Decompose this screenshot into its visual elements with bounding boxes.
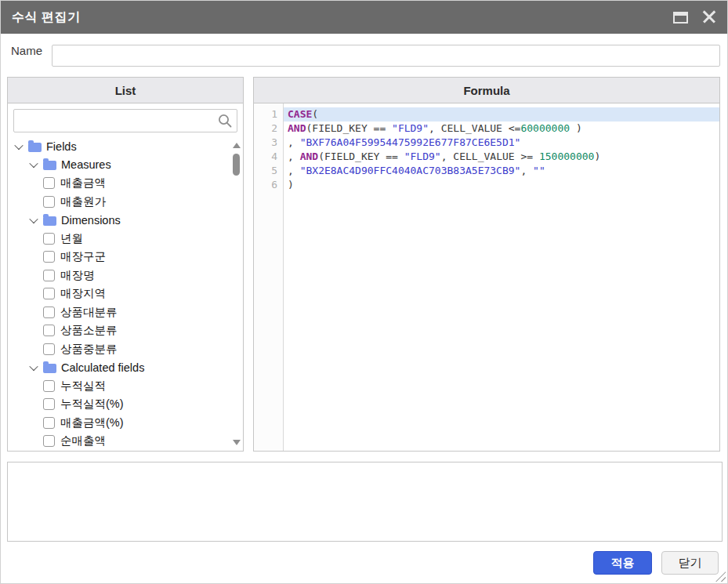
list-panel-header: List: [8, 78, 243, 103]
scroll-down-icon[interactable]: [233, 440, 241, 445]
search-input[interactable]: [13, 109, 237, 132]
tree-item-row[interactable]: 매장지역: [8, 285, 230, 303]
tree-folder-row[interactable]: Calculated fields: [8, 358, 230, 377]
field-checkbox[interactable]: [43, 288, 55, 299]
code-line[interactable]: AND(FIELD_KEY == "FLD9", CELL_VALUE <=60…: [284, 122, 719, 136]
chevron-down-icon[interactable]: [29, 159, 38, 168]
search-icon[interactable]: [218, 114, 232, 128]
tree-item-label: 매장명: [60, 268, 95, 283]
chevron-down-icon[interactable]: [29, 362, 38, 371]
tree-item-label: 매출원가: [60, 194, 106, 209]
code-line[interactable]: , AND(FIELD_KEY == "FLD9", CELL_VALUE >=…: [284, 150, 719, 164]
tree-item-row[interactable]: 매장명: [8, 267, 230, 285]
field-checkbox[interactable]: [43, 398, 55, 410]
footer-actions: 적용 닫기: [593, 551, 719, 575]
search-wrap: [13, 109, 237, 132]
chevron-down-icon[interactable]: [29, 215, 38, 223]
field-checkbox[interactable]: [43, 251, 55, 263]
tree-item-row[interactable]: 순매출액: [8, 432, 230, 451]
tree-folder-label: Measures: [61, 158, 111, 171]
tree-item-row[interactable]: 상품중분류: [8, 340, 230, 359]
maximize-icon[interactable]: [673, 12, 688, 24]
field-checkbox[interactable]: [43, 380, 55, 392]
folder-icon: [28, 143, 42, 152]
tree-item-row[interactable]: 년월: [8, 230, 230, 248]
chevron-down-icon[interactable]: [14, 141, 23, 150]
code-line[interactable]: ): [284, 178, 719, 192]
formula-panel: Formula 123456 CASE(AND(FIELD_KEY == "FL…: [253, 77, 720, 452]
tree-item-label: 상품소분류: [60, 323, 118, 338]
line-number-gutter: 123456: [254, 103, 284, 451]
tree-folder-row[interactable]: Dimensions: [8, 211, 230, 230]
field-checkbox[interactable]: [43, 196, 55, 208]
tree-item-row[interactable]: 매장구군: [8, 248, 230, 267]
formula-editor[interactable]: 123456 CASE(AND(FIELD_KEY == "FLD9", CEL…: [254, 103, 719, 451]
tree-item-label: 누적실적(%): [60, 397, 124, 412]
tree-item-label: 누적실적: [60, 379, 106, 394]
tree-item-row[interactable]: 상품소분류: [8, 321, 230, 340]
code-line[interactable]: CASE(: [284, 107, 719, 122]
code-line[interactable]: , "BXF76A04F59954475992E677F87CE6E5D1": [284, 136, 719, 150]
line-number: 4: [254, 150, 283, 164]
line-number: 5: [254, 164, 283, 178]
line-number: 2: [254, 122, 283, 136]
field-checkbox[interactable]: [43, 343, 55, 355]
tree-folder-row[interactable]: Measures: [8, 156, 230, 175]
folder-icon: [43, 364, 56, 373]
line-number: 6: [254, 178, 283, 192]
formula-panel-header: Formula: [254, 78, 719, 103]
field-checkbox[interactable]: [43, 307, 55, 318]
tree-item-label: 순매출액: [60, 433, 106, 448]
tree-item-label: 매출금액: [60, 176, 106, 190]
tree-folder-label: Dimensions: [61, 214, 121, 227]
close-button[interactable]: 닫기: [661, 551, 719, 575]
folder-icon: [43, 161, 56, 170]
field-checkbox[interactable]: [43, 177, 55, 189]
tree-folder-row[interactable]: Fields: [8, 137, 230, 156]
name-row: Name: [1, 34, 727, 68]
tree-item-row[interactable]: 누적실적(%): [8, 395, 230, 414]
scroll-up-icon[interactable]: [233, 143, 241, 148]
dialog-title: 수식 편집기: [12, 9, 80, 26]
folder-icon: [43, 216, 56, 226]
tree-item-row[interactable]: 매출금액: [8, 174, 230, 193]
field-checkbox[interactable]: [43, 233, 55, 245]
tree-item-label: 년월: [60, 231, 83, 246]
code-line[interactable]: , "BX2E8AC4D90FFC4040AC703B83A5E73CB9", …: [284, 164, 719, 178]
field-checkbox[interactable]: [43, 270, 55, 281]
tree-folder-label: Calculated fields: [61, 361, 144, 374]
apply-button[interactable]: 적용: [593, 551, 652, 575]
tree-folder-label: Fields: [46, 140, 77, 153]
description-textarea[interactable]: [7, 462, 723, 542]
tree-item-label: 매출금액(%): [60, 415, 124, 430]
field-checkbox[interactable]: [43, 417, 55, 429]
field-checkbox[interactable]: [43, 325, 55, 336]
tree-item-row[interactable]: 매출원가: [8, 193, 230, 212]
name-label: Name: [11, 44, 42, 57]
tree-scrollbar[interactable]: [230, 138, 242, 450]
formula-editor-dialog: 수식 편집기 Name List FieldsMeasures매출금액매출원가D…: [0, 0, 728, 584]
field-checkbox[interactable]: [43, 435, 55, 447]
scrollbar-thumb[interactable]: [233, 154, 240, 176]
tree-item-row[interactable]: 매출금액(%): [8, 414, 230, 433]
tree-item-row[interactable]: 누적실적: [8, 377, 230, 396]
field-tree: FieldsMeasures매출금액매출원가Dimensions년월매장구군매장…: [8, 137, 230, 451]
titlebar: 수식 편집기: [1, 1, 727, 34]
window-controls: [673, 10, 716, 24]
close-icon[interactable]: [702, 10, 716, 24]
tree-item-label: 매장지역: [60, 286, 106, 301]
tree-item-label: 상품대분류: [60, 305, 118, 320]
line-number: 1: [254, 107, 283, 122]
tree-item-label: 매장구군: [60, 249, 106, 264]
code-lines[interactable]: CASE(AND(FIELD_KEY == "FLD9", CELL_VALUE…: [284, 103, 719, 451]
line-number: 3: [254, 136, 283, 150]
tree-item-label: 상품중분류: [60, 342, 118, 357]
list-panel: List FieldsMeasures매출금액매출원가Dimensions년월매…: [7, 77, 244, 452]
tree-item-row[interactable]: 상품대분류: [8, 303, 230, 322]
name-input[interactable]: [52, 45, 720, 67]
